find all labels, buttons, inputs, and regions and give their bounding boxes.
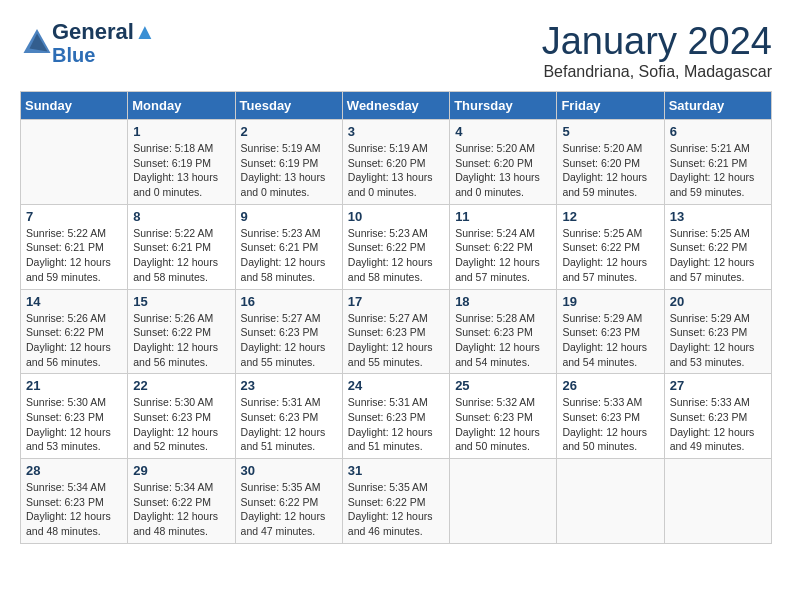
calendar-cell: 31Sunrise: 5:35 AMSunset: 6:22 PMDayligh… [342, 459, 449, 544]
calendar-cell: 14Sunrise: 5:26 AMSunset: 6:22 PMDayligh… [21, 289, 128, 374]
day-number: 29 [133, 463, 229, 478]
day-number: 16 [241, 294, 337, 309]
day-number: 20 [670, 294, 766, 309]
title-block: January 2024 Befandriana, Sofia, Madagas… [542, 20, 772, 81]
calendar-cell: 4Sunrise: 5:20 AMSunset: 6:20 PMDaylight… [450, 120, 557, 205]
day-number: 12 [562, 209, 658, 224]
calendar-cell: 19Sunrise: 5:29 AMSunset: 6:23 PMDayligh… [557, 289, 664, 374]
calendar-cell: 27Sunrise: 5:33 AMSunset: 6:23 PMDayligh… [664, 374, 771, 459]
calendar-table: SundayMondayTuesdayWednesdayThursdayFrid… [20, 91, 772, 544]
day-number: 3 [348, 124, 444, 139]
calendar-cell: 5Sunrise: 5:20 AMSunset: 6:20 PMDaylight… [557, 120, 664, 205]
weekday-header-thursday: Thursday [450, 92, 557, 120]
day-number: 1 [133, 124, 229, 139]
calendar-cell [664, 459, 771, 544]
calendar-cell: 22Sunrise: 5:30 AMSunset: 6:23 PMDayligh… [128, 374, 235, 459]
weekday-header-monday: Monday [128, 92, 235, 120]
day-number: 5 [562, 124, 658, 139]
day-info: Sunrise: 5:20 AMSunset: 6:20 PMDaylight:… [562, 141, 658, 200]
day-info: Sunrise: 5:21 AMSunset: 6:21 PMDaylight:… [670, 141, 766, 200]
day-info: Sunrise: 5:27 AMSunset: 6:23 PMDaylight:… [348, 311, 444, 370]
calendar-cell: 6Sunrise: 5:21 AMSunset: 6:21 PMDaylight… [664, 120, 771, 205]
day-info: Sunrise: 5:19 AMSunset: 6:20 PMDaylight:… [348, 141, 444, 200]
day-number: 21 [26, 378, 122, 393]
calendar-cell: 17Sunrise: 5:27 AMSunset: 6:23 PMDayligh… [342, 289, 449, 374]
day-info: Sunrise: 5:33 AMSunset: 6:23 PMDaylight:… [562, 395, 658, 454]
calendar-cell: 10Sunrise: 5:23 AMSunset: 6:22 PMDayligh… [342, 204, 449, 289]
calendar-cell [450, 459, 557, 544]
day-number: 15 [133, 294, 229, 309]
calendar-cell: 1Sunrise: 5:18 AMSunset: 6:19 PMDaylight… [128, 120, 235, 205]
day-number: 17 [348, 294, 444, 309]
day-number: 7 [26, 209, 122, 224]
calendar-cell: 24Sunrise: 5:31 AMSunset: 6:23 PMDayligh… [342, 374, 449, 459]
day-info: Sunrise: 5:33 AMSunset: 6:23 PMDaylight:… [670, 395, 766, 454]
calendar-cell: 15Sunrise: 5:26 AMSunset: 6:22 PMDayligh… [128, 289, 235, 374]
calendar-row-0: 1Sunrise: 5:18 AMSunset: 6:19 PMDaylight… [21, 120, 772, 205]
day-info: Sunrise: 5:22 AMSunset: 6:21 PMDaylight:… [26, 226, 122, 285]
day-number: 8 [133, 209, 229, 224]
calendar-cell: 30Sunrise: 5:35 AMSunset: 6:22 PMDayligh… [235, 459, 342, 544]
day-number: 4 [455, 124, 551, 139]
weekday-header-row: SundayMondayTuesdayWednesdayThursdayFrid… [21, 92, 772, 120]
calendar-cell: 26Sunrise: 5:33 AMSunset: 6:23 PMDayligh… [557, 374, 664, 459]
day-number: 25 [455, 378, 551, 393]
day-number: 26 [562, 378, 658, 393]
day-info: Sunrise: 5:35 AMSunset: 6:22 PMDaylight:… [348, 480, 444, 539]
day-info: Sunrise: 5:25 AMSunset: 6:22 PMDaylight:… [670, 226, 766, 285]
day-number: 18 [455, 294, 551, 309]
day-number: 9 [241, 209, 337, 224]
calendar-cell: 18Sunrise: 5:28 AMSunset: 6:23 PMDayligh… [450, 289, 557, 374]
day-info: Sunrise: 5:31 AMSunset: 6:23 PMDaylight:… [348, 395, 444, 454]
day-info: Sunrise: 5:18 AMSunset: 6:19 PMDaylight:… [133, 141, 229, 200]
day-info: Sunrise: 5:32 AMSunset: 6:23 PMDaylight:… [455, 395, 551, 454]
day-number: 2 [241, 124, 337, 139]
day-number: 14 [26, 294, 122, 309]
day-info: Sunrise: 5:28 AMSunset: 6:23 PMDaylight:… [455, 311, 551, 370]
weekday-header-tuesday: Tuesday [235, 92, 342, 120]
day-info: Sunrise: 5:30 AMSunset: 6:23 PMDaylight:… [133, 395, 229, 454]
calendar-cell: 11Sunrise: 5:24 AMSunset: 6:22 PMDayligh… [450, 204, 557, 289]
calendar-row-3: 21Sunrise: 5:30 AMSunset: 6:23 PMDayligh… [21, 374, 772, 459]
day-number: 6 [670, 124, 766, 139]
day-number: 23 [241, 378, 337, 393]
calendar-cell [557, 459, 664, 544]
day-info: Sunrise: 5:22 AMSunset: 6:21 PMDaylight:… [133, 226, 229, 285]
day-number: 13 [670, 209, 766, 224]
calendar-cell: 13Sunrise: 5:25 AMSunset: 6:22 PMDayligh… [664, 204, 771, 289]
calendar-cell: 20Sunrise: 5:29 AMSunset: 6:23 PMDayligh… [664, 289, 771, 374]
day-number: 22 [133, 378, 229, 393]
day-number: 19 [562, 294, 658, 309]
calendar-cell: 2Sunrise: 5:19 AMSunset: 6:19 PMDaylight… [235, 120, 342, 205]
day-number: 27 [670, 378, 766, 393]
day-info: Sunrise: 5:23 AMSunset: 6:22 PMDaylight:… [348, 226, 444, 285]
calendar-cell: 16Sunrise: 5:27 AMSunset: 6:23 PMDayligh… [235, 289, 342, 374]
day-info: Sunrise: 5:29 AMSunset: 6:23 PMDaylight:… [562, 311, 658, 370]
day-number: 11 [455, 209, 551, 224]
calendar-cell: 9Sunrise: 5:23 AMSunset: 6:21 PMDaylight… [235, 204, 342, 289]
calendar-cell: 3Sunrise: 5:19 AMSunset: 6:20 PMDaylight… [342, 120, 449, 205]
day-number: 10 [348, 209, 444, 224]
day-info: Sunrise: 5:26 AMSunset: 6:22 PMDaylight:… [26, 311, 122, 370]
calendar-cell: 28Sunrise: 5:34 AMSunset: 6:23 PMDayligh… [21, 459, 128, 544]
day-info: Sunrise: 5:26 AMSunset: 6:22 PMDaylight:… [133, 311, 229, 370]
calendar-body: 1Sunrise: 5:18 AMSunset: 6:19 PMDaylight… [21, 120, 772, 544]
day-info: Sunrise: 5:25 AMSunset: 6:22 PMDaylight:… [562, 226, 658, 285]
day-number: 28 [26, 463, 122, 478]
logo-icon [22, 27, 52, 55]
day-number: 24 [348, 378, 444, 393]
page-header: General▲ Blue January 2024 Befandriana, … [20, 20, 772, 81]
weekday-header-friday: Friday [557, 92, 664, 120]
calendar-cell: 29Sunrise: 5:34 AMSunset: 6:22 PMDayligh… [128, 459, 235, 544]
day-info: Sunrise: 5:27 AMSunset: 6:23 PMDaylight:… [241, 311, 337, 370]
day-number: 30 [241, 463, 337, 478]
logo: General▲ Blue [20, 20, 156, 66]
weekday-header-sunday: Sunday [21, 92, 128, 120]
day-info: Sunrise: 5:34 AMSunset: 6:22 PMDaylight:… [133, 480, 229, 539]
day-info: Sunrise: 5:31 AMSunset: 6:23 PMDaylight:… [241, 395, 337, 454]
day-info: Sunrise: 5:34 AMSunset: 6:23 PMDaylight:… [26, 480, 122, 539]
calendar-cell: 8Sunrise: 5:22 AMSunset: 6:21 PMDaylight… [128, 204, 235, 289]
weekday-header-saturday: Saturday [664, 92, 771, 120]
day-info: Sunrise: 5:20 AMSunset: 6:20 PMDaylight:… [455, 141, 551, 200]
calendar-cell: 7Sunrise: 5:22 AMSunset: 6:21 PMDaylight… [21, 204, 128, 289]
